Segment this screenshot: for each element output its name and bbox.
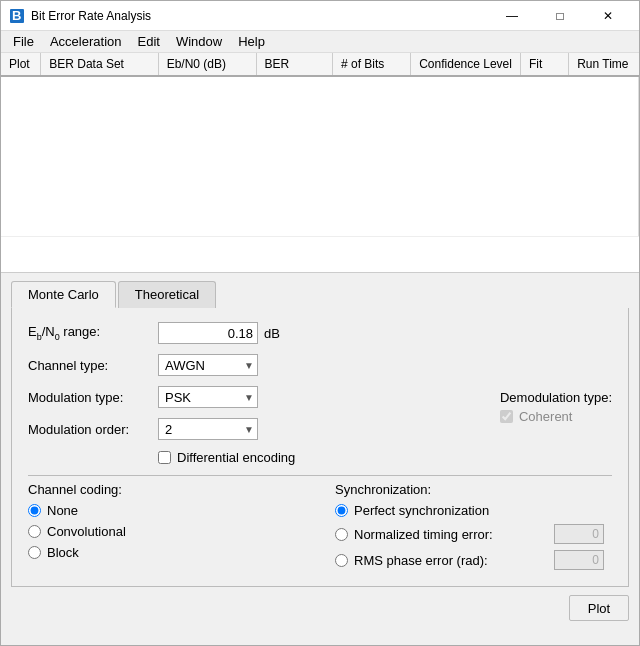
channel-type-select[interactable]: AWGN Rician Rayleigh [158, 354, 258, 376]
diff-encoding-checkbox[interactable] [158, 451, 171, 464]
demod-coherent-checkbox[interactable] [500, 410, 513, 423]
title-bar: B Bit Error Rate Analysis — □ ✕ [1, 1, 639, 31]
demod-section: Demodulation type: Coherent [480, 390, 612, 424]
modulation-order-label: Modulation order: [28, 422, 158, 437]
button-row: Plot [1, 587, 639, 627]
sync-perfect-row: Perfect synchronization [335, 503, 612, 518]
sync-phase-input[interactable] [554, 550, 604, 570]
modulation-order-select[interactable]: 2 4 8 16 32 64 [158, 418, 258, 440]
channel-coding-label: Channel coding: [28, 482, 305, 497]
demod-coherent-row: Coherent [500, 409, 612, 424]
tabs-container: Monte Carlo Theoretical [11, 281, 629, 308]
settings-panel: Eb/N0 range: dB Channel type: AWGN Ricia… [11, 308, 629, 587]
coding-block-row: Block [28, 545, 305, 560]
coding-sync-section: Channel coding: None Convolutional Block… [28, 482, 612, 576]
sync-timing-label: Normalized timing error: [354, 527, 554, 542]
coding-conv-row: Convolutional [28, 524, 305, 539]
col-header-plot: Plot [1, 53, 41, 76]
main-window: B Bit Error Rate Analysis — □ ✕ File Acc… [0, 0, 640, 646]
sync-phase-label: RMS phase error (rad): [354, 553, 554, 568]
minimize-button[interactable]: — [489, 1, 535, 31]
window-controls: — □ ✕ [489, 1, 631, 31]
diff-encoding-label: Differential encoding [177, 450, 295, 465]
sync-timing-row: Normalized timing error: [335, 524, 612, 544]
ebn0-unit: dB [264, 326, 280, 341]
tabs-section: Monte Carlo Theoretical [1, 273, 639, 308]
modulation-type-label: Modulation type: [28, 390, 158, 405]
plot-button[interactable]: Plot [569, 595, 629, 621]
modulation-order-row: Modulation order: 2 4 8 16 32 64 ▼ [28, 418, 480, 440]
coding-none-row: None [28, 503, 305, 518]
modulation-type-row: Modulation type: PSK QAM FSK MSK DPSK ▼ [28, 386, 480, 408]
coding-block-radio[interactable] [28, 546, 41, 559]
channel-type-label: Channel type: [28, 358, 158, 373]
sync-perfect-radio[interactable] [335, 504, 348, 517]
ber-data-table: Plot BER Data Set Eb/N0 (dB) BER # of Bi… [1, 53, 639, 237]
sync-perfect-label: Perfect synchronization [354, 503, 554, 518]
svg-text:B: B [12, 9, 21, 23]
ebn0-input[interactable] [158, 322, 258, 344]
sync-phase-radio[interactable] [335, 554, 348, 567]
menu-edit[interactable]: Edit [130, 32, 168, 51]
col-header-ber: BER [256, 53, 333, 76]
mod-demod-section: Modulation type: PSK QAM FSK MSK DPSK ▼ [28, 386, 612, 450]
channel-type-row: Channel type: AWGN Rician Rayleigh ▼ [28, 354, 612, 376]
modulation-order-select-wrap: 2 4 8 16 32 64 ▼ [158, 418, 258, 440]
col-header-nbits: # of Bits [333, 53, 411, 76]
ebn0-row: Eb/N0 range: dB [28, 322, 612, 344]
menu-acceleration[interactable]: Acceleration [42, 32, 130, 51]
coding-conv-label: Convolutional [47, 524, 126, 539]
col-header-ebn0: Eb/N0 (dB) [158, 53, 256, 76]
sync-section: Synchronization: Perfect synchronization… [315, 482, 612, 576]
tab-monte-carlo[interactable]: Monte Carlo [11, 281, 116, 308]
modulation-type-select-wrap: PSK QAM FSK MSK DPSK ▼ [158, 386, 258, 408]
demod-label: Demodulation type: [500, 390, 612, 405]
sync-phase-row: RMS phase error (rad): [335, 550, 612, 570]
diff-encoding-row: Differential encoding [158, 450, 612, 465]
menu-help[interactable]: Help [230, 32, 273, 51]
table-row-empty [1, 76, 639, 236]
window-title: Bit Error Rate Analysis [31, 9, 489, 23]
maximize-button[interactable]: □ [537, 1, 583, 31]
col-header-runtime: Run Time [569, 53, 639, 76]
coding-block-label: Block [47, 545, 79, 560]
close-button[interactable]: ✕ [585, 1, 631, 31]
col-header-fit: Fit [520, 53, 568, 76]
divider [28, 475, 612, 476]
menu-window[interactable]: Window [168, 32, 230, 51]
demod-coherent-label: Coherent [519, 409, 572, 424]
channel-coding-section: Channel coding: None Convolutional Block [28, 482, 315, 576]
data-table-area: Plot BER Data Set Eb/N0 (dB) BER # of Bi… [1, 53, 639, 273]
col-header-dataset: BER Data Set [41, 53, 158, 76]
sync-label: Synchronization: [335, 482, 612, 497]
sync-timing-input[interactable] [554, 524, 604, 544]
menu-file[interactable]: File [5, 32, 42, 51]
coding-none-radio[interactable] [28, 504, 41, 517]
channel-type-select-wrap: AWGN Rician Rayleigh ▼ [158, 354, 258, 376]
col-header-conf: Confidence Level [411, 53, 521, 76]
menu-bar: File Acceleration Edit Window Help [1, 31, 639, 53]
modulation-type-select[interactable]: PSK QAM FSK MSK DPSK [158, 386, 258, 408]
app-icon: B [9, 8, 25, 24]
sync-timing-radio[interactable] [335, 528, 348, 541]
coding-conv-radio[interactable] [28, 525, 41, 538]
mod-section: Modulation type: PSK QAM FSK MSK DPSK ▼ [28, 386, 480, 450]
tab-theoretical[interactable]: Theoretical [118, 281, 216, 308]
ebn0-label: Eb/N0 range: [28, 324, 158, 342]
coding-none-label: None [47, 503, 78, 518]
